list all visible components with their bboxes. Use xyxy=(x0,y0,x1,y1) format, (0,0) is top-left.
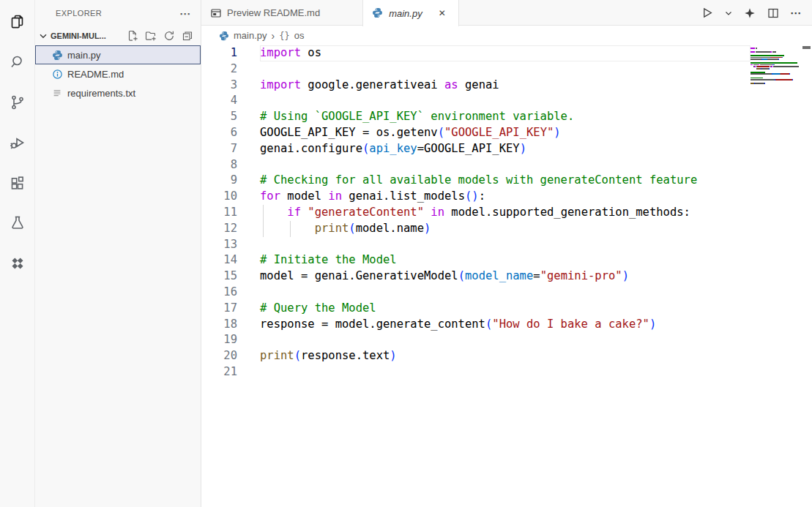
line-number[interactable]: 13 xyxy=(201,237,260,253)
activity-extensions-button[interactable] xyxy=(0,162,35,203)
code-line-3[interactable]: 3import google.generativeai as genai xyxy=(201,78,750,94)
line-number[interactable]: 20 xyxy=(201,348,260,364)
code-area[interactable]: 1import os23import google.generativeai a… xyxy=(201,45,750,507)
activity-gemini-extension-button[interactable] xyxy=(0,243,35,283)
code-line-11[interactable]: 11 if "generateContent" in model.support… xyxy=(201,205,750,221)
line-number[interactable]: 11 xyxy=(201,205,260,221)
file-item-requirements-txt[interactable]: requirements.txt xyxy=(35,83,201,102)
code-line-9[interactable]: 9# Checking for all available models wit… xyxy=(201,173,750,189)
code-line-8[interactable]: 8 xyxy=(201,157,750,173)
run-dropdown-chevron-icon[interactable] xyxy=(724,7,732,19)
code-line-1[interactable]: 1import os xyxy=(201,45,750,61)
line-content xyxy=(260,157,750,173)
code-line-21[interactable]: 21 xyxy=(201,364,750,380)
code-line-13[interactable]: 13 xyxy=(201,237,750,253)
minimap-line xyxy=(750,51,802,53)
code-line-18[interactable]: 18response = model.generate_content("How… xyxy=(201,317,750,333)
overview-ruler[interactable] xyxy=(802,45,812,507)
line-number[interactable]: 14 xyxy=(201,252,260,268)
line-number[interactable]: 4 xyxy=(201,93,260,109)
line-number[interactable]: 6 xyxy=(201,125,260,141)
new-folder-button[interactable] xyxy=(145,30,157,42)
symbol-braces-icon: {} xyxy=(279,31,289,41)
code-line-12[interactable]: 12 print(model.name) xyxy=(201,221,750,237)
line-content: if "generateContent" in model.supported_… xyxy=(260,205,750,221)
minimap-line xyxy=(750,73,802,75)
sidebar-more-actions-button[interactable]: ⋯ xyxy=(179,8,190,19)
explorer-sidebar: EXPLORER ⋯ GEMINI-MUL... xyxy=(35,0,201,507)
close-icon[interactable]: ✕ xyxy=(435,6,450,20)
indent-guide-line xyxy=(290,221,291,237)
line-content: print(model.name) xyxy=(260,221,750,237)
line-number[interactable]: 16 xyxy=(201,285,260,301)
tab-preview-readme[interactable]: Preview README.md xyxy=(201,0,362,26)
code-line-10[interactable]: 10for model in genai.list_models(): xyxy=(201,189,750,205)
minimap-line xyxy=(750,85,802,86)
line-number[interactable]: 2 xyxy=(201,61,260,78)
minimap-line xyxy=(750,70,802,71)
line-content: # Initiate the Model xyxy=(260,252,750,268)
folder-section-header[interactable]: GEMINI-MUL... xyxy=(35,26,201,45)
editor-body: 1import os23import google.generativeai a… xyxy=(201,45,812,507)
minimap-line xyxy=(750,62,802,64)
line-number[interactable]: 15 xyxy=(201,268,260,285)
cursor-position-marker xyxy=(802,46,811,49)
code-line-2[interactable]: 2 xyxy=(201,61,750,78)
line-number[interactable]: 9 xyxy=(201,173,260,189)
line-number[interactable]: 3 xyxy=(201,78,260,94)
sparkle-icon[interactable] xyxy=(743,7,756,19)
line-number[interactable]: 18 xyxy=(201,317,260,333)
minimap[interactable] xyxy=(750,45,802,507)
vscode-window: EXPLORER ⋯ GEMINI-MUL... xyxy=(0,0,812,507)
code-line-19[interactable]: 19 xyxy=(201,332,750,348)
line-number[interactable]: 21 xyxy=(201,364,260,380)
line-number[interactable]: 8 xyxy=(201,157,260,173)
refresh-icon[interactable] xyxy=(163,30,175,42)
code-line-5[interactable]: 5# Using `GOOGLE_API_KEY` environment va… xyxy=(201,109,750,125)
tab-label: Preview README.md xyxy=(227,7,320,18)
file-item-readme-md[interactable]: README.md xyxy=(35,64,201,83)
code-line-17[interactable]: 17# Query the Model xyxy=(201,301,750,317)
activity-explorer-button[interactable] xyxy=(0,1,35,42)
line-number[interactable]: 7 xyxy=(201,141,260,157)
python-file-icon xyxy=(219,31,229,41)
chevron-down-icon xyxy=(37,30,49,42)
code-line-14[interactable]: 14# Initiate the Model xyxy=(201,252,750,268)
activity-testing-button[interactable] xyxy=(0,203,35,243)
run-button[interactable] xyxy=(701,7,713,19)
activity-search-button[interactable] xyxy=(0,42,35,82)
line-number[interactable]: 19 xyxy=(201,332,260,348)
line-number[interactable]: 12 xyxy=(201,221,260,237)
line-number[interactable]: 17 xyxy=(201,301,260,317)
code-line-6[interactable]: 6GOOGLE_API_KEY = os.getenv("GOOGLE_API_… xyxy=(201,125,750,141)
collapse-all-icon[interactable] xyxy=(182,30,193,42)
line-number[interactable]: 1 xyxy=(201,45,260,61)
markdown-preview-icon xyxy=(210,7,222,19)
code-line-16[interactable]: 16 xyxy=(201,285,750,301)
tab-main-py[interactable]: main.py ✕ xyxy=(362,0,459,26)
code-line-4[interactable]: 4 xyxy=(201,93,750,109)
split-editor-icon[interactable] xyxy=(767,7,779,19)
line-content: GOOGLE_API_KEY = os.getenv("GOOGLE_API_K… xyxy=(260,125,750,141)
folder-name: GEMINI-MUL... xyxy=(51,31,106,40)
minimap-line xyxy=(750,59,802,60)
code-line-15[interactable]: 15model = genai.GenerativeModel(model_na… xyxy=(201,268,750,285)
breadcrumb-file[interactable]: main.py xyxy=(234,30,267,41)
debug-icon xyxy=(9,134,26,151)
new-file-button[interactable] xyxy=(127,30,138,42)
activity-source-control-button[interactable] xyxy=(0,82,35,122)
line-number[interactable]: 5 xyxy=(201,109,260,125)
code-line-20[interactable]: 20print(response.text) xyxy=(201,348,750,364)
line-content: genai.configure(api_key=GOOGLE_API_KEY) xyxy=(260,141,750,157)
activity-run-debug-button[interactable] xyxy=(0,122,35,162)
line-number[interactable]: 10 xyxy=(201,189,260,205)
more-actions-button[interactable]: ⋯ xyxy=(790,7,802,20)
code-line-7[interactable]: 7genai.configure(api_key=GOOGLE_API_KEY) xyxy=(201,141,750,157)
file-item-main-py[interactable]: main.py xyxy=(35,45,201,64)
extensions-icon xyxy=(9,174,26,192)
minimap-line xyxy=(750,61,802,62)
line-content: import google.generativeai as genai xyxy=(260,78,750,94)
breadcrumb-symbol[interactable]: os xyxy=(294,30,305,41)
line-content xyxy=(260,93,750,109)
info-file-icon xyxy=(51,68,63,80)
